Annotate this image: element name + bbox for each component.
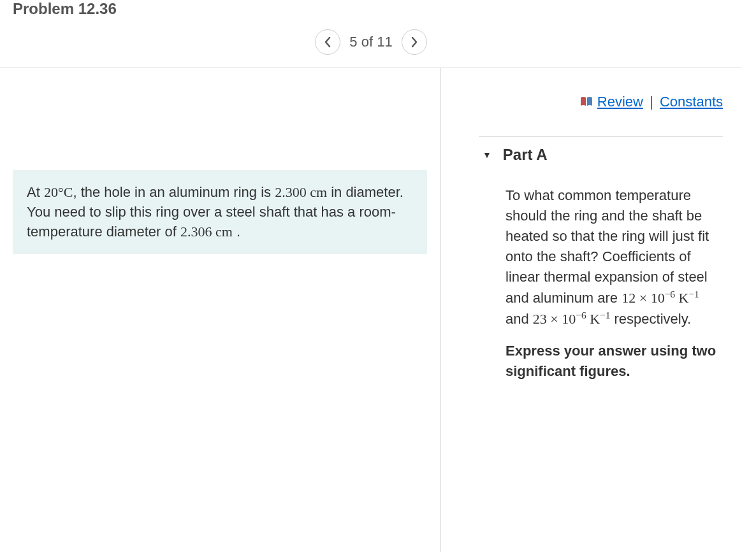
text: . <box>233 224 240 240</box>
part-a-header[interactable]: ▼ Part A <box>479 136 723 173</box>
problem-title: Problem 12.36 <box>13 0 729 23</box>
links-row: Review | Constants <box>479 81 723 136</box>
constants-link[interactable]: Constants <box>660 94 723 110</box>
review-link[interactable]: Review <box>597 94 643 110</box>
problem-statement: At 20°C, the hole in an aluminum ring is… <box>13 170 427 254</box>
chevron-down-icon: ▼ <box>483 150 491 160</box>
answer-instruction: Express your answer using two significan… <box>506 341 723 382</box>
text: respectively. <box>610 311 691 327</box>
diameter-1: 2.300 cm <box>275 184 327 200</box>
diameter-2: 2.306 cm <box>180 224 233 240</box>
answer-pane: Review | Constants ▼ Part A To what comm… <box>440 68 742 552</box>
coefficient-aluminum: 23 × 10−6 K−1 <box>533 311 611 327</box>
next-button[interactable] <box>402 29 427 55</box>
chevron-left-icon <box>324 36 331 48</box>
prev-button[interactable] <box>315 29 340 55</box>
text: and <box>506 311 533 327</box>
chevron-right-icon <box>411 36 418 48</box>
temperature-value: 20°C <box>44 184 73 200</box>
link-separator: | <box>650 94 653 110</box>
nav-counter: 5 of 11 <box>349 34 392 50</box>
text: At <box>27 184 44 200</box>
book-icon <box>579 94 593 111</box>
question-body: To what common temperature should the ri… <box>506 187 709 306</box>
problem-nav: 5 of 11 <box>13 23 729 68</box>
coefficient-steel: 12 × 10−6 K−1 <box>622 290 699 306</box>
text: , the hole in an aluminum ring is <box>73 184 275 200</box>
question-text: To what common temperature should the ri… <box>479 173 723 382</box>
part-label: Part A <box>503 146 548 164</box>
problem-statement-pane: At 20°C, the hole in an aluminum ring is… <box>0 68 440 552</box>
